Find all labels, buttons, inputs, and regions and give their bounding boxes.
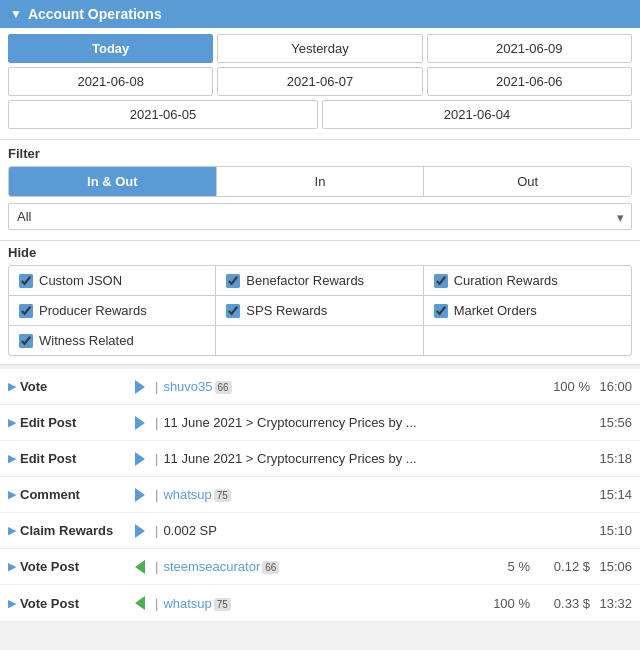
filter-tabs: In & Out In Out bbox=[8, 166, 632, 197]
separator: | bbox=[155, 451, 158, 466]
table-row: ▶Edit Post|11 June 2021 > Cryptocurrency… bbox=[0, 441, 640, 477]
operation-link[interactable]: whatsup bbox=[163, 596, 211, 611]
operation-type: Vote Post bbox=[20, 559, 130, 574]
hide-label-market-orders[interactable]: Market Orders bbox=[454, 303, 537, 318]
date-row-3: 2021-06-05 2021-06-04 bbox=[8, 100, 632, 129]
hide-checkbox-producer-rewards[interactable] bbox=[19, 304, 33, 318]
date-grid: Today Yesterday 2021-06-09 2021-06-08 20… bbox=[0, 28, 640, 140]
expand-icon[interactable]: ▶ bbox=[8, 380, 16, 393]
operation-time: 16:00 bbox=[590, 379, 632, 394]
expand-icon[interactable]: ▶ bbox=[8, 452, 16, 465]
hide-item-sps-rewards: SPS Rewards bbox=[216, 296, 423, 326]
level-badge: 75 bbox=[214, 489, 231, 502]
filter-tab-out[interactable]: Out bbox=[424, 167, 631, 196]
date-2021-06-08-button[interactable]: 2021-06-08 bbox=[8, 67, 213, 96]
operation-link[interactable]: whatsup bbox=[163, 487, 211, 502]
expand-icon[interactable]: ▶ bbox=[8, 597, 16, 610]
table-row: ▶Vote Post|steemseacurator665 %0.12 $15:… bbox=[0, 549, 640, 585]
separator: | bbox=[155, 596, 158, 611]
expand-icon[interactable]: ▶ bbox=[8, 524, 16, 537]
level-badge: 75 bbox=[214, 598, 231, 611]
arrow-right-icon[interactable] bbox=[130, 380, 150, 394]
expand-icon[interactable]: ▶ bbox=[8, 416, 16, 429]
separator: | bbox=[155, 379, 158, 394]
operation-type: Edit Post bbox=[20, 415, 130, 430]
arrow-left-icon[interactable] bbox=[130, 560, 150, 574]
operation-percent: 100 % bbox=[540, 379, 590, 394]
hide-label-witness-related[interactable]: Witness Related bbox=[39, 333, 134, 348]
date-2021-06-06-button[interactable]: 2021-06-06 bbox=[427, 67, 632, 96]
hide-checkbox-witness-related[interactable] bbox=[19, 334, 33, 348]
hide-item-market-orders: Market Orders bbox=[424, 296, 631, 326]
date-2021-06-04-button[interactable]: 2021-06-04 bbox=[322, 100, 632, 129]
operation-percent: 100 % bbox=[480, 596, 530, 611]
table-row: ▶Vote|shuvo3566100 %16:00 bbox=[0, 369, 640, 405]
hide-section: Hide Custom JSON Benefactor Rewards Cura… bbox=[0, 241, 640, 365]
date-yesterday-button[interactable]: Yesterday bbox=[217, 34, 422, 63]
operation-type: Vote Post bbox=[20, 596, 130, 611]
hide-checkbox-benefactor-rewards[interactable] bbox=[226, 274, 240, 288]
operation-type: Vote bbox=[20, 379, 130, 394]
operation-link[interactable]: steemseacurator bbox=[163, 559, 260, 574]
arrow-right-icon[interactable] bbox=[130, 452, 150, 466]
hide-label-custom-json[interactable]: Custom JSON bbox=[39, 273, 122, 288]
hide-label-sps-rewards[interactable]: SPS Rewards bbox=[246, 303, 327, 318]
separator: | bbox=[155, 559, 158, 574]
operation-detail: steemseacurator66 bbox=[163, 559, 480, 574]
operation-time: 15:56 bbox=[590, 415, 632, 430]
hide-label-curation-rewards[interactable]: Curation Rewards bbox=[454, 273, 558, 288]
all-dropdown-wrapper: All bbox=[8, 203, 632, 230]
hide-checkbox-sps-rewards[interactable] bbox=[226, 304, 240, 318]
header-title: Account Operations bbox=[28, 6, 162, 22]
hide-item-benefactor-rewards: Benefactor Rewards bbox=[216, 266, 423, 296]
operation-detail: 11 June 2021 > Cryptocurrency Prices by … bbox=[163, 451, 590, 466]
expand-icon[interactable]: ▶ bbox=[8, 488, 16, 501]
hide-grid: Custom JSON Benefactor Rewards Curation … bbox=[8, 265, 632, 356]
date-row-1: Today Yesterday 2021-06-09 bbox=[8, 34, 632, 63]
expand-icon[interactable]: ▶ bbox=[8, 560, 16, 573]
date-today-button[interactable]: Today bbox=[8, 34, 213, 63]
hide-item-custom-json: Custom JSON bbox=[9, 266, 216, 296]
filter-section: Filter In & Out In Out All bbox=[0, 140, 640, 241]
filter-tab-in-out[interactable]: In & Out bbox=[9, 167, 217, 196]
separator: | bbox=[155, 415, 158, 430]
arrow-right-icon[interactable] bbox=[130, 488, 150, 502]
hide-item-empty-2 bbox=[424, 326, 631, 355]
operation-detail: whatsup75 bbox=[163, 487, 590, 502]
level-badge: 66 bbox=[262, 561, 279, 574]
date-2021-06-07-button[interactable]: 2021-06-07 bbox=[217, 67, 422, 96]
operation-detail: 11 June 2021 > Cryptocurrency Prices by … bbox=[163, 415, 590, 430]
hide-label-producer-rewards[interactable]: Producer Rewards bbox=[39, 303, 147, 318]
hide-checkbox-custom-json[interactable] bbox=[19, 274, 33, 288]
date-2021-06-05-button[interactable]: 2021-06-05 bbox=[8, 100, 318, 129]
all-dropdown[interactable]: All bbox=[8, 203, 632, 230]
hide-checkbox-market-orders[interactable] bbox=[434, 304, 448, 318]
table-row: ▶Claim Rewards|0.002 SP15:10 bbox=[0, 513, 640, 549]
operation-time: 15:06 bbox=[590, 559, 632, 574]
operation-time: 15:14 bbox=[590, 487, 632, 502]
operation-detail: whatsup75 bbox=[163, 596, 480, 611]
account-ops-header: ▼ Account Operations bbox=[0, 0, 640, 28]
operation-type: Claim Rewards bbox=[20, 523, 130, 538]
arrow-right-icon[interactable] bbox=[130, 416, 150, 430]
operation-link[interactable]: shuvo35 bbox=[163, 379, 212, 394]
hide-label-benefactor-rewards[interactable]: Benefactor Rewards bbox=[246, 273, 364, 288]
operations-list: ▶Vote|shuvo3566100 %16:00▶Edit Post|11 J… bbox=[0, 369, 640, 621]
chevron-icon: ▼ bbox=[10, 7, 22, 21]
arrow-right-icon[interactable] bbox=[130, 524, 150, 538]
operation-time: 15:18 bbox=[590, 451, 632, 466]
filter-tab-in[interactable]: In bbox=[217, 167, 425, 196]
operation-type: Edit Post bbox=[20, 451, 130, 466]
table-row: ▶Edit Post|11 June 2021 > Cryptocurrency… bbox=[0, 405, 640, 441]
hide-item-witness-related: Witness Related bbox=[9, 326, 216, 355]
operation-time: 15:10 bbox=[590, 523, 632, 538]
hide-checkbox-curation-rewards[interactable] bbox=[434, 274, 448, 288]
arrow-left-icon[interactable] bbox=[130, 596, 150, 610]
table-row: ▶Vote Post|whatsup75100 %0.33 $13:32 bbox=[0, 585, 640, 621]
hide-label: Hide bbox=[8, 245, 632, 260]
operation-time: 13:32 bbox=[590, 596, 632, 611]
operation-value: 0.12 $ bbox=[530, 559, 590, 574]
operation-type: Comment bbox=[20, 487, 130, 502]
hide-item-empty-1 bbox=[216, 326, 423, 355]
date-2021-06-09-button[interactable]: 2021-06-09 bbox=[427, 34, 632, 63]
